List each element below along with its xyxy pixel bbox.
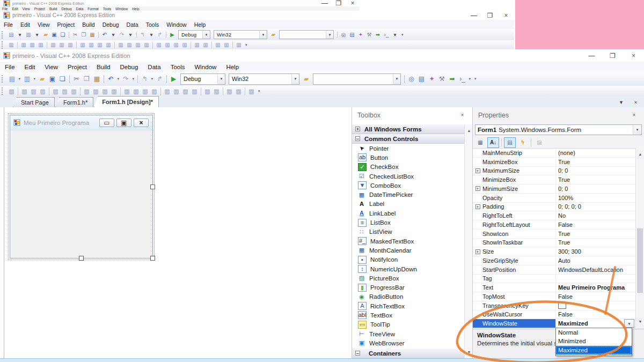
command-window-icon[interactable]: ›_ bbox=[458, 75, 467, 84]
solution-platforms-combo[interactable]: Win32 ▾ bbox=[214, 30, 267, 39]
properties-window-icon[interactable]: ▤ bbox=[348, 31, 356, 39]
property-value[interactable]: True bbox=[556, 175, 635, 184]
active-files-icon[interactable]: ▼ bbox=[617, 98, 626, 107]
increase-horiz-spacing-icon[interactable]: ▥ bbox=[132, 87, 140, 95]
scrollbar-thumb[interactable] bbox=[637, 228, 643, 293]
new-project-icon[interactable]: ▤ bbox=[8, 31, 15, 39]
save-all-icon[interactable]: ❏ bbox=[59, 31, 67, 39]
property-value[interactable]: Auto bbox=[556, 256, 635, 265]
property-row-transparencykey[interactable]: TransparencyKey bbox=[473, 301, 635, 311]
start-page-icon[interactable]: ➡ bbox=[448, 75, 457, 84]
copy-icon[interactable]: ❐ bbox=[82, 75, 91, 84]
property-value[interactable]: (none) bbox=[556, 149, 635, 157]
property-row-text[interactable]: TextMeu Primeiro Programa bbox=[473, 283, 635, 292]
toolbox-item-checkedlistbox[interactable]: ☑CheckedListBox bbox=[352, 172, 465, 181]
navigate-forward-icon[interactable]: ↱ bbox=[156, 31, 164, 39]
property-value[interactable]: 0; 0; 0; 0 bbox=[556, 203, 635, 211]
properties-header[interactable]: Properties × bbox=[473, 107, 644, 123]
property-grid-scrollbar[interactable]: ▲ ▼ bbox=[635, 148, 644, 328]
chevron-down-icon[interactable]: ▾ bbox=[633, 125, 641, 135]
menu-item-data[interactable]: Data bbox=[123, 21, 142, 28]
menu-item-debug[interactable]: Debug bbox=[59, 7, 74, 11]
value-dropdown-button[interactable]: ▾ bbox=[624, 319, 634, 328]
property-row-opacity[interactable]: Opacity100% bbox=[473, 194, 635, 203]
property-row-maximizebox[interactable]: MaximizeBoxTrue bbox=[473, 158, 635, 167]
decrease-vert-spacing-icon[interactable]: ▥ bbox=[181, 87, 189, 95]
undo-icon[interactable]: ↶ bbox=[101, 31, 108, 39]
make-same-height-icon[interactable]: ▥ bbox=[96, 41, 104, 49]
toolbox-item-radiobutton[interactable]: ◉RadioButton bbox=[352, 292, 465, 301]
size-to-grid-icon[interactable]: ▥ bbox=[92, 87, 100, 95]
center-horizontally-icon[interactable]: ▥ bbox=[193, 41, 201, 49]
scroll-up-icon[interactable]: ▲ bbox=[637, 150, 643, 159]
redo-icon[interactable]: ↷ bbox=[121, 75, 130, 84]
open-file-icon[interactable]: ▰ bbox=[42, 31, 49, 39]
property-row-righttoleft[interactable]: RightToLeftNo bbox=[473, 211, 635, 220]
property-value[interactable]: WindowsDefaultLocation bbox=[556, 265, 635, 274]
property-value[interactable] bbox=[556, 301, 635, 310]
close-icon[interactable]: × bbox=[630, 111, 639, 120]
close-icon[interactable]: × bbox=[458, 111, 467, 120]
center-horizontally-icon[interactable]: ▥ bbox=[203, 87, 211, 95]
property-value[interactable]: Meu Primeiro Programa bbox=[556, 283, 635, 292]
toolbox-item-webbrowser[interactable]: ▣WebBrowser bbox=[352, 338, 465, 348]
find-combo[interactable]: ▾ bbox=[313, 73, 401, 85]
resize-handle-bottom-right[interactable] bbox=[150, 256, 155, 261]
chevron-down-icon[interactable]: ▾ bbox=[291, 74, 299, 84]
collapse-icon[interactable]: − bbox=[355, 136, 360, 141]
property-value[interactable]: True bbox=[556, 239, 635, 247]
align-tops-icon[interactable]: ▥ bbox=[49, 41, 57, 49]
resize-handle-bottom[interactable] bbox=[79, 256, 84, 261]
navigate-backward-icon[interactable]: ↰ bbox=[140, 75, 149, 84]
toolbar-grip[interactable] bbox=[2, 75, 5, 83]
expand-icon[interactable]: + bbox=[355, 127, 360, 131]
center-vertically-icon[interactable]: ▥ bbox=[213, 87, 221, 95]
property-row-size[interactable]: +Size300; 300 bbox=[473, 247, 635, 256]
send-to-back-icon[interactable]: ▥ bbox=[235, 87, 243, 95]
command-window-icon[interactable]: ›_ bbox=[383, 31, 390, 39]
align-middles-icon[interactable]: ▥ bbox=[61, 87, 69, 95]
dropdown-arrow-icon[interactable]: ▾ bbox=[16, 31, 24, 39]
property-value[interactable]: Maximized▾ bbox=[556, 319, 635, 328]
menu-item-build[interactable]: Build bbox=[92, 64, 115, 70]
align-bottoms-icon[interactable]: ▥ bbox=[70, 87, 78, 95]
align-centers-icon[interactable]: ▥ bbox=[30, 87, 38, 95]
expand-icon[interactable]: + bbox=[475, 186, 480, 191]
menu-item-window[interactable]: Window bbox=[190, 64, 222, 70]
dropdown-option-minimized[interactable]: Minimized bbox=[556, 337, 632, 345]
expand-icon[interactable]: + bbox=[475, 168, 480, 173]
center-vertically-icon[interactable]: ▥ bbox=[202, 41, 209, 49]
property-value[interactable]: 0; 0 bbox=[556, 167, 635, 175]
start-debugging-icon[interactable]: ▶ bbox=[169, 75, 178, 84]
align-to-grid-icon[interactable]: ▥ bbox=[8, 41, 15, 49]
object-browser-icon[interactable]: ✦ bbox=[427, 75, 436, 84]
toolbox-item-textbox[interactable]: ablTextBox bbox=[352, 311, 465, 320]
remove-horiz-spacing-icon[interactable]: ▥ bbox=[143, 41, 150, 49]
align-centers-icon[interactable]: ▥ bbox=[28, 41, 36, 49]
toolbox-scrollbar[interactable]: ▲ ▼ bbox=[464, 124, 473, 358]
object-browser-icon[interactable]: ✦ bbox=[357, 31, 364, 39]
close-button[interactable]: × bbox=[346, 0, 360, 6]
align-rights-icon[interactable]: ▥ bbox=[39, 87, 47, 95]
toolbar-grip[interactable] bbox=[2, 87, 5, 95]
menu-item-debug[interactable]: Debug bbox=[115, 64, 143, 70]
toolbox-item-monthcalendar[interactable]: ▦MonthCalendar bbox=[352, 246, 465, 255]
properties-view-button[interactable]: ▤ bbox=[504, 137, 516, 148]
resize-handle-right[interactable] bbox=[150, 184, 155, 189]
property-row-mainmenustrip[interactable]: MainMenuStrip(none) bbox=[473, 149, 635, 158]
categorized-button[interactable]: ▦ bbox=[474, 137, 486, 148]
chevron-down-icon[interactable]: ▾ bbox=[326, 31, 333, 39]
minimize-button[interactable]: — bbox=[466, 11, 482, 20]
make-same-size-icon[interactable]: ▥ bbox=[105, 41, 112, 49]
dropdown-arrow-icon[interactable]: ▾ bbox=[148, 31, 155, 39]
menu-item-project[interactable]: Project bbox=[54, 21, 79, 28]
save-icon[interactable]: ▣ bbox=[48, 75, 57, 84]
toolbox-item-tooltip[interactable]: ▭ToolTip bbox=[352, 320, 465, 329]
toolbar-grip[interactable] bbox=[2, 31, 5, 39]
property-row-padding[interactable]: +Padding0; 0; 0; 0 bbox=[473, 203, 635, 212]
property-value[interactable]: False bbox=[556, 220, 635, 229]
property-value[interactable]: True bbox=[556, 230, 635, 238]
decrease-horiz-spacing-icon[interactable]: ▥ bbox=[141, 87, 149, 95]
property-row-minimumsize[interactable]: +MinimumSize0; 0 bbox=[473, 184, 635, 194]
property-row-usewaitcursor[interactable]: UseWaitCursorFalse bbox=[473, 311, 635, 320]
